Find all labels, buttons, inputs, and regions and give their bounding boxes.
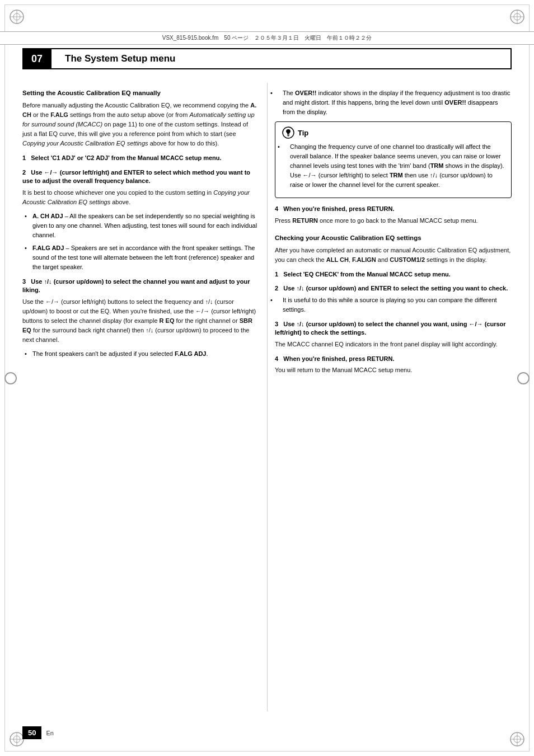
print-info: VSX_815-915.book.fm 50 ページ ２０５年３月１日 火曜日 … (0, 31, 534, 45)
bullet-falg: F.ALG ADJ – Speakers are set in accordan… (29, 243, 259, 272)
step4-heading-left: 4 When you're finished, press RETURN. (275, 205, 512, 213)
step3-body: Use the ←/→ (cursor left/right) buttons … (22, 297, 259, 345)
corner-mark-tr (507, 7, 527, 27)
svg-rect-17 (287, 135, 289, 136)
page-lang: En (46, 730, 53, 736)
svg-rect-18 (288, 136, 289, 137)
step2-body: It is best to choose whichever one you c… (22, 188, 259, 207)
section2-heading: Checking your Acoustic Calibration EQ se… (275, 233, 512, 242)
corner-mark-tl (7, 7, 27, 27)
bullet-over: The OVER!! indicator shows in the displa… (275, 88, 512, 117)
section1-heading: Setting the Acoustic Calibration EQ manu… (22, 88, 259, 97)
chapter-number: 07 (22, 48, 51, 69)
section2-intro: After you have completed an automatic or… (275, 246, 512, 265)
sec2-step3-body: The MCACC channel EQ indicators in the f… (275, 340, 512, 349)
section1-intro: Before manually adjusting the Acoustic C… (22, 101, 259, 148)
sec2-step2-bullet: It is useful to do this while a source i… (275, 295, 512, 314)
step2-heading: 2 Use ←/→ (cursor left/right) and ENTER … (22, 168, 259, 186)
bullet-ach: A. CH ADJ – All the speakers can be set … (29, 212, 259, 240)
tip-bullet: Changing the frequency curve of one chan… (282, 142, 504, 190)
tip-box: Tip Changing the frequency curve of one … (275, 121, 512, 198)
sec2-step1-heading: 1 Select 'EQ CHECK' from the Manual MCAC… (275, 270, 512, 279)
tip-icon (282, 126, 294, 139)
page: VSX_815-915.book.fm 50 ページ ２０５年３月１日 火曜日 … (0, 0, 534, 756)
left-column: Setting the Acoustic Calibration EQ manu… (22, 83, 259, 711)
tip-label: Tip (298, 129, 308, 137)
page-footer: 50 En (22, 726, 54, 739)
step3-heading: 3 Use ↑/↓ (cursor up/down) to select the… (22, 278, 259, 295)
sec2-step2-heading: 2 Use ↑/↓ (cursor up/down) and ENTER to … (275, 284, 512, 293)
side-circle-left (4, 372, 17, 384)
right-column: The OVER!! indicator shows in the displa… (275, 83, 512, 711)
page-number: 50 (22, 726, 41, 739)
chapter-title: The System Setup menu (51, 48, 512, 69)
sec2-step4-heading: 4 When you're finished, press RETURN. (275, 355, 512, 363)
tip-header: Tip (282, 126, 504, 139)
chapter-header: 07 The System Setup menu (22, 48, 512, 69)
column-divider (267, 83, 268, 711)
step4-body-left: Press RETURN once more to go back to the… (275, 216, 512, 226)
sec2-step3-heading: 3 Use ↑/↓ (cursor up/down) to select the… (275, 320, 512, 337)
corner-mark-br (507, 729, 527, 749)
sec2-step4-body: You will return to the Manual MCACC setu… (275, 365, 512, 375)
step3-bullet: The front speakers can't be adjusted if … (29, 349, 259, 359)
step1-heading: 1 Select 'C1 ADJ' or 'C2 ADJ' from the M… (22, 154, 259, 162)
side-circle-right (517, 372, 530, 384)
